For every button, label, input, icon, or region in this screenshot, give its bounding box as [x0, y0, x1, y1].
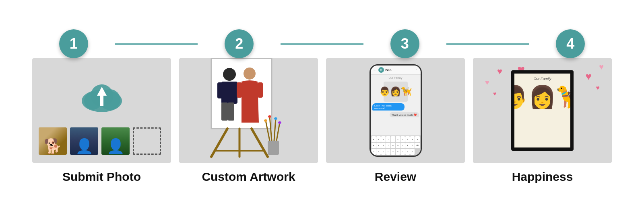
upload-cloud-icon — [78, 79, 126, 115]
process-container: 1 2 3 4 — [0, 21, 644, 192]
key-f: f — [386, 143, 390, 149]
step-1-content — [32, 58, 171, 163]
key-n: n — [400, 149, 405, 155]
step-1-number-cell: 1 — [32, 29, 115, 58]
easel-illustration — [183, 62, 314, 159]
key-x: x — [381, 149, 386, 155]
back-arrow-icon: ← — [373, 68, 377, 72]
key-m: m — [405, 149, 410, 155]
key-k: k — [405, 143, 410, 149]
step-4-item: ♥ ♥ ♥ ♥ ♥ ♥ ♥ Our Family 👨‍👩‍🦮 — [473, 58, 612, 184]
key-q: q — [372, 136, 376, 142]
key-v: v — [391, 149, 395, 155]
step-4-content: ♥ ♥ ♥ ♥ ♥ ♥ ♥ Our Family 👨‍👩‍🦮 — [473, 58, 612, 163]
steps-images-row: Submit Photo — [32, 58, 612, 184]
step-4-number-cell: 4 — [529, 29, 612, 58]
portrait-title: Our Family — [533, 77, 551, 81]
svg-point-26 — [274, 117, 277, 120]
svg-point-27 — [278, 121, 281, 124]
step-3-label: Review — [375, 170, 416, 184]
svg-rect-11 — [228, 102, 234, 121]
man-thumbnail — [70, 127, 98, 155]
portrait-emoji: 👨‍👩‍🦮 — [511, 84, 574, 110]
heart-7: ♥ — [596, 84, 600, 92]
svg-rect-10 — [221, 102, 228, 121]
connector-2-3 — [281, 43, 363, 45]
phone-mockup: ← B Ben ⋮ Our Family 👨‍👩‍🦮 Cool! Th — [369, 64, 422, 157]
chat-title: Our Family — [372, 76, 419, 79]
step-4-number: 4 — [566, 35, 574, 52]
step-4-image-box: ♥ ♥ ♥ ♥ ♥ ♥ ♥ Our Family 👨‍👩‍🦮 — [473, 58, 612, 163]
easel-svg — [183, 58, 296, 159]
step-1-image-box — [32, 58, 171, 163]
svg-point-24 — [264, 119, 267, 122]
step-4-circle: 4 — [556, 29, 585, 58]
upload-icon-area — [78, 66, 126, 127]
key-g: g — [391, 143, 395, 149]
step-2-number-cell: 2 — [198, 29, 281, 58]
step-1-number: 1 — [70, 35, 78, 52]
steps-numbers-row: 1 2 3 4 — [32, 29, 612, 58]
svg-line-15 — [211, 129, 227, 157]
step-2-image-box — [179, 58, 318, 163]
chat-area: Our Family 👨‍👩‍🦮 Cool! That looks awesom… — [371, 75, 421, 135]
key-del: ⌫ — [415, 143, 419, 149]
step-3-content: ← B Ben ⋮ Our Family 👨‍👩‍🦮 Cool! Th — [326, 58, 465, 163]
more-icon: ⋮ — [415, 68, 418, 72]
heart-4: ♥ — [493, 90, 496, 97]
chat-image-preview: 👨‍👩‍🦮 — [384, 82, 408, 102]
key-j: j — [400, 143, 405, 149]
key-i: i — [405, 136, 410, 142]
portrait-inner: Our Family 👨‍👩‍🦮 — [514, 74, 570, 147]
dog-thumbnail — [39, 127, 67, 155]
key-shift: ⇧ — [372, 149, 376, 155]
step-1-item: Submit Photo — [32, 58, 171, 184]
key-c: c — [386, 149, 390, 155]
key-o: o — [410, 136, 415, 142]
add-photo-placeholder[interactable] — [133, 127, 161, 155]
cloud-upload-svg — [78, 79, 126, 115]
key-d: d — [381, 143, 386, 149]
contact-name: Ben — [386, 68, 392, 72]
svg-rect-8 — [217, 82, 223, 98]
key-enter: ↵ — [410, 149, 415, 155]
step-2-circle: 2 — [225, 29, 254, 58]
step-2-content — [179, 58, 318, 163]
svg-rect-19 — [268, 141, 279, 155]
svg-line-16 — [252, 129, 268, 157]
step-3-number: 3 — [401, 35, 409, 52]
key-r: r — [386, 136, 390, 142]
svg-line-23 — [277, 123, 280, 141]
chat-bubble-1: Cool! That looks awesome! — [372, 103, 405, 111]
step-2-label: Custom Artwork — [202, 170, 295, 184]
step-1-label: Submit Photo — [62, 170, 141, 184]
connector-3-4 — [446, 43, 529, 45]
key-h: h — [396, 143, 400, 149]
heart-2: ♥ — [485, 78, 489, 87]
phone-screen: ← B Ben ⋮ Our Family 👨‍👩‍🦮 Cool! Th — [371, 66, 421, 156]
woman-thumbnail — [101, 127, 130, 155]
photos-row — [39, 127, 165, 156]
svg-line-22 — [274, 119, 276, 141]
key-b: b — [396, 149, 400, 155]
step-4-label: Happiness — [512, 170, 573, 184]
heart-5: ♥ — [586, 70, 592, 83]
step-3-image-box: ← B Ben ⋮ Our Family 👨‍👩‍🦮 Cool! Th — [326, 58, 465, 163]
key-p: p — [415, 136, 419, 142]
key-l: l — [410, 143, 415, 149]
connector-1-2 — [115, 43, 198, 45]
portrait-frame: Our Family 👨‍👩‍🦮 — [511, 70, 574, 151]
key-t: t — [391, 136, 395, 142]
svg-rect-9 — [231, 82, 237, 98]
key-u: u — [400, 136, 405, 142]
svg-point-6 — [223, 68, 236, 81]
phone-top-bar: ← B Ben ⋮ — [371, 66, 421, 75]
step-3-number-cell: 3 — [363, 29, 446, 58]
key-e: e — [381, 136, 386, 142]
contact-avatar: B — [378, 67, 384, 73]
step-2-item: Custom Artwork — [179, 58, 318, 184]
heart-1: ♥ — [497, 66, 502, 77]
key-s: s — [376, 143, 381, 149]
chat-bubble-2: Thank you so much! ❤️ — [390, 112, 419, 117]
phone-keyboard: q w e r t y u i o p a s — [371, 135, 421, 156]
